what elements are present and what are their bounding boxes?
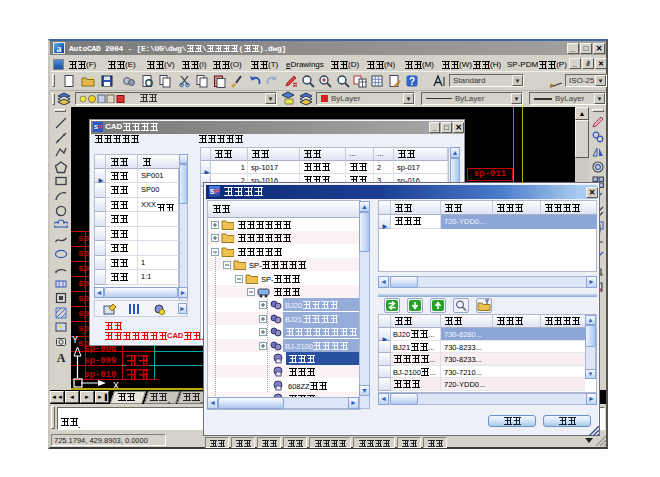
- svg-text:?: ?: [409, 76, 415, 87]
- svg-text:Y: Y: [72, 335, 78, 346]
